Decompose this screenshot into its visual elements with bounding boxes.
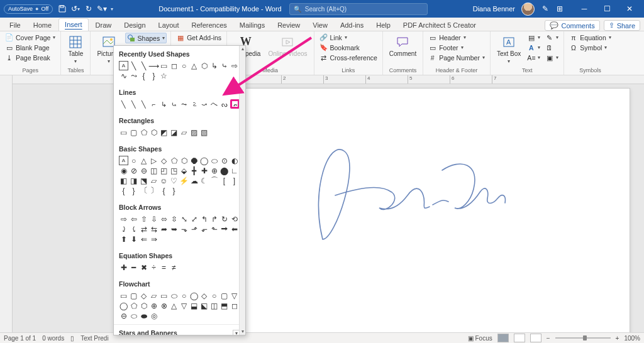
tab-view[interactable]: View <box>307 19 333 31</box>
focus-mode-button[interactable]: ▣ Focus <box>468 335 492 342</box>
online-videos-button: Online Videos <box>265 33 309 58</box>
tab-review[interactable]: Review <box>272 19 306 31</box>
cross-reference-button[interactable]: ⇄Cross-reference <box>318 53 379 62</box>
scribble-shape[interactable] <box>230 99 240 109</box>
page-number-button[interactable]: #Page Number ▾ <box>427 53 486 62</box>
search-icon: 🔍 <box>294 6 301 13</box>
user-name[interactable]: Diana Benner <box>473 5 515 13</box>
equation-shapes[interactable]: ✚━✖÷=≠ <box>119 261 240 273</box>
signature-line-button[interactable]: ✎▾ <box>544 33 560 42</box>
flowchart-shapes[interactable]: ▭▢◇▱▭⬭○◯◇○▢▽ ◯⬠⬡⊕⊗△▽⬓⬕◫⬒◻ ⊖⬭⬬◎ <box>119 290 240 322</box>
draw-mode-icon[interactable]: ✎ <box>541 5 549 13</box>
save-icon[interactable] <box>58 5 66 13</box>
vertical-ruler <box>0 75 13 332</box>
group-links: Links <box>318 67 379 75</box>
horizontal-ruler: 1234567 <box>13 75 644 84</box>
table-button[interactable]: Table▾ <box>65 33 86 65</box>
dd-rect-title: Rectangles <box>119 115 240 126</box>
page-status[interactable]: Page 1 of 1 <box>4 335 36 342</box>
maximize-button[interactable]: ☐ <box>596 2 618 16</box>
group-pages: Pages <box>4 67 57 75</box>
dd-recent-title: Recently Used Shapes <box>119 48 240 60</box>
signature-ink <box>285 133 536 246</box>
tab-design[interactable]: Design <box>118 19 151 31</box>
shapes-button[interactable]: Shapes ▾ <box>125 33 167 43</box>
comment-button[interactable]: Comment <box>387 33 419 58</box>
text-predictions[interactable]: Text Predi <box>80 335 108 342</box>
dropdown-scrollbar[interactable]: ▴▾ <box>239 46 245 335</box>
header-button[interactable]: ▭Header ▾ <box>427 33 486 42</box>
dd-stars-title: Stars and Banners <box>119 327 177 335</box>
ribbon: 📄Cover Page ▾ ▭Blank Page ⤓Page Break Pa… <box>0 31 644 75</box>
tab-draw[interactable]: Draw <box>90 19 118 31</box>
tab-mailings[interactable]: Mailings <box>234 19 270 31</box>
search-box[interactable]: 🔍 Search (Alt+Q) <box>289 3 428 15</box>
dd-block-title: Block Arrows <box>119 202 240 213</box>
lines-shapes[interactable]: ╲╲╲⌐↳⤿⤳౽⤻へᔓ <box>119 98 240 110</box>
rect-shapes[interactable]: ▭▢⬠⬡◩◪▱▨▧ <box>119 126 240 138</box>
tab-help[interactable]: Help <box>370 19 396 31</box>
page-break-button[interactable]: ⤓Page Break <box>4 53 57 62</box>
footer-button[interactable]: ▭Footer ▾ <box>427 43 486 52</box>
zoom-out-button[interactable]: − <box>547 335 550 342</box>
dd-lines-title: Lines <box>119 87 240 98</box>
web-layout-view[interactable] <box>530 334 541 342</box>
recent-shapes[interactable]: A╲╲⟶▭◻○△⬡↳⤷⇨ ∿⤳{}☆ <box>119 60 240 82</box>
tab-pdf[interactable]: PDF Architect 5 Creator <box>397 19 482 31</box>
drop-cap-button[interactable]: A≡▾ <box>526 53 541 62</box>
zoom-level[interactable]: 100% <box>624 335 640 342</box>
svg-rect-1 <box>70 36 81 48</box>
wordart-button[interactable]: A▾ <box>526 43 541 52</box>
document-canvas[interactable] <box>13 75 644 332</box>
document-title: Document1 - Compatibility Mode - Word <box>158 5 281 13</box>
text-box-button[interactable]: AText Box▾ <box>494 33 523 65</box>
tab-layout[interactable]: Layout <box>153 19 185 31</box>
svg-point-7 <box>110 38 113 41</box>
accessibility-icon[interactable]: ▯ <box>70 335 74 342</box>
svg-text:A: A <box>506 38 511 46</box>
group-text: Text <box>494 67 560 75</box>
page[interactable] <box>240 88 630 332</box>
svg-rect-9 <box>130 38 135 41</box>
quick-access-icon[interactable]: ✎▾ <box>97 5 106 13</box>
group-header-footer: Header & Footer <box>427 67 486 75</box>
print-layout-view[interactable] <box>497 334 509 342</box>
date-time-button[interactable]: 🗓 <box>544 43 560 52</box>
autosave-toggle[interactable]: AutoSave ● Off <box>4 4 53 14</box>
object-button[interactable]: ▣▾ <box>544 53 560 62</box>
tab-references[interactable]: References <box>186 19 233 31</box>
zoom-slider[interactable] <box>555 337 611 339</box>
block-arrow-shapes[interactable]: ⇨⇦⇧⇩⬄⇳⤡⤢↰↱↻⟲ ⤸⤹⇄⇆➦➥⬎⬏⬐⬑⮕⬅ ⬆⬇⇚⇛ <box>119 213 240 245</box>
status-bar: Page 1 of 1 0 words ▯ Text Predi ▣ Focus… <box>0 332 644 343</box>
redo-icon[interactable]: ↻ <box>84 5 92 13</box>
read-mode-view[interactable] <box>514 334 525 342</box>
undo-icon[interactable]: ↺▾ <box>71 5 79 13</box>
cover-page-button[interactable]: 📄Cover Page ▾ <box>4 33 57 42</box>
title-bar: AutoSave ● Off ↺▾ ↻ ✎▾ ▾ Document1 - Com… <box>0 0 644 18</box>
share-button[interactable]: ⇪ Share <box>604 20 640 31</box>
symbol-button[interactable]: ΩSymbol ▾ <box>568 43 612 52</box>
basic-shapes[interactable]: A○△▷◇⬠⬡⯃◯⬭⊙◐ ◉⊘⊖◫◰◳⬙╋✚⊕⬤∟ ◧◨⬔▱☺♡⚡☁☾⌒ []{… <box>119 155 240 197</box>
avatar[interactable] <box>521 3 535 16</box>
tab-file[interactable]: File <box>4 19 26 31</box>
word-count[interactable]: 0 words <box>42 335 64 342</box>
tab-insert[interactable]: Insert <box>58 18 89 31</box>
comments-button[interactable]: 💬 Comments <box>545 20 599 31</box>
minimize-button[interactable]: ─ <box>574 2 595 16</box>
svg-rect-0 <box>60 6 64 8</box>
get-addins-button[interactable]: ▦Get Add-ins <box>175 33 223 42</box>
equation-button[interactable]: πEquation ▾ <box>568 33 612 42</box>
link-button[interactable]: 🔗Link ▾ <box>318 33 379 42</box>
bookmark-button[interactable]: 🔖Bookmark <box>318 43 379 52</box>
shapes-dropdown: ▴▾ Recently Used Shapes A╲╲⟶▭◻○△⬡↳⤷⇨ ∿⤳{… <box>113 45 246 335</box>
dd-eq-title: Equation Shapes <box>119 250 240 261</box>
zoom-in-button[interactable]: + <box>616 335 619 342</box>
tab-home[interactable]: Home <box>28 19 57 31</box>
blank-page-button[interactable]: ▭Blank Page <box>4 43 57 52</box>
svg-rect-10 <box>282 38 292 46</box>
tab-addins[interactable]: Add-ins <box>335 19 369 31</box>
ribbon-display-icon[interactable]: ⊞ <box>555 5 564 13</box>
group-comments: Comments <box>387 67 419 75</box>
close-button[interactable]: ✕ <box>619 2 640 16</box>
quick-parts-button[interactable]: ▤▾ <box>526 33 541 42</box>
